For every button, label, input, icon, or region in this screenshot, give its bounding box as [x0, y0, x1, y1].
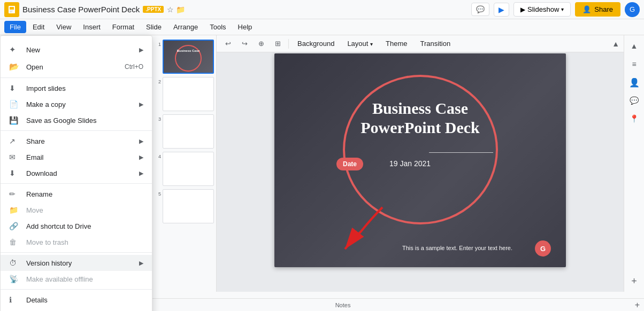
offline-icon: 📡: [9, 275, 19, 283]
details-icon: ℹ: [9, 296, 19, 304]
menu-section-6: ℹ Details 🌐 Language ▶: [1, 290, 152, 311]
svg-rect-3: [10, 12, 12, 12]
undo-btn[interactable]: ↩: [221, 38, 235, 49]
menu-section-3: ↗ Share ▶ ✉ Email ▶ ⬇ Download ▶: [1, 131, 152, 184]
share-menu-label: Share: [26, 137, 45, 145]
fit-btn[interactable]: ⊞: [271, 38, 285, 49]
avatar-letter: G: [630, 5, 635, 13]
background-btn[interactable]: Background: [292, 38, 340, 49]
main-layout: ✦ New ▶ 📂 Open Ctrl+O ⬇ Import slides 📄 …: [0, 35, 644, 292]
zoom-btn[interactable]: ⊕: [254, 38, 269, 49]
open-icon: 📂: [9, 62, 19, 72]
email-arrow: ▶: [139, 154, 143, 161]
slide-thumb-5[interactable]: [163, 189, 214, 223]
menu-item-slide[interactable]: Slide: [141, 21, 167, 33]
open-label: Open: [26, 63, 43, 71]
slides-logo-icon: [7, 5, 16, 14]
redo-btn[interactable]: ↪: [237, 38, 252, 49]
new-arrow: ▶: [139, 46, 143, 53]
svg-rect-1: [10, 7, 14, 10]
slide-date-value: 19 Jan 2021: [389, 159, 431, 168]
trash-label: Move to trash: [26, 238, 68, 246]
open-shortcut: Ctrl+O: [125, 63, 143, 71]
comments-button[interactable]: 💬: [471, 3, 489, 16]
slide-thumb-1[interactable]: Business Case: [163, 40, 214, 74]
offline-label: Make available offline: [26, 275, 93, 283]
thumb-number-5: 5: [155, 189, 161, 197]
right-panel-icon-4[interactable]: 📍: [628, 112, 641, 125]
right-panel-icon-3[interactable]: 💬: [628, 94, 641, 107]
thumb-number-2: 2: [155, 77, 161, 84]
right-panel-scroll-top[interactable]: ▲: [628, 40, 641, 52]
menu-section-5: ⏱ Version history ▶ 📡 Make available off…: [1, 253, 152, 290]
thumb-container-2: 2: [155, 77, 214, 111]
menu-item-view[interactable]: View: [51, 21, 76, 33]
right-panel-add[interactable]: +: [628, 275, 641, 287]
menu-item-insert[interactable]: Insert: [78, 21, 106, 33]
toolbar-chevron-up[interactable]: ▲: [612, 40, 619, 48]
menu-rename[interactable]: ✏ Rename: [1, 186, 152, 202]
menu-add-shortcut[interactable]: 🔗 Add shortcut to Drive: [1, 218, 152, 234]
file-dropdown-menu: ✦ New ▶ 📂 Open Ctrl+O ⬇ Import slides 📄 …: [0, 35, 152, 311]
trash-icon: 🗑: [9, 238, 19, 246]
menu-share[interactable]: ↗ Share ▶: [1, 133, 152, 149]
menu-item-help[interactable]: Help: [233, 21, 258, 33]
menu-new[interactable]: ✦ New ▶: [1, 41, 152, 58]
menu-item-format[interactable]: Format: [107, 21, 140, 33]
slide-thumb-2[interactable]: [163, 77, 214, 111]
share-person-icon: 👤: [582, 5, 591, 13]
menu-item-edit[interactable]: Edit: [27, 21, 50, 33]
menu-language[interactable]: 🌐 Language ▶: [1, 308, 152, 311]
pptx-badge: .PPTX: [143, 6, 164, 13]
menu-make-copy[interactable]: 📄 Make a copy ▶: [1, 96, 152, 112]
history-label: Version history: [26, 259, 72, 267]
folder-icon[interactable]: 📁: [176, 5, 185, 14]
new-label: New: [26, 46, 40, 54]
bottom-add-btn[interactable]: +: [635, 300, 640, 310]
move-label: Move: [26, 206, 43, 214]
thumb-number-1: 1: [155, 40, 161, 47]
menu-trash: 🗑 Move to trash: [1, 234, 152, 250]
history-arrow: ▶: [139, 260, 143, 267]
meet-button[interactable]: ▶: [494, 3, 509, 17]
notes-btn[interactable]: Notes: [331, 301, 355, 309]
doc-title: Business Case PowerPoint Deck: [22, 5, 140, 14]
app-logo: [4, 2, 19, 17]
menu-import-slides[interactable]: ⬇ Import slides: [1, 80, 152, 96]
menu-item-arrange[interactable]: Arrange: [168, 21, 203, 33]
right-panel-icon-1[interactable]: ≡: [628, 58, 641, 71]
right-panel-icon-2[interactable]: 👤: [628, 76, 641, 89]
thumb-number-4: 4: [155, 152, 161, 159]
rename-icon: ✏: [9, 190, 19, 198]
menu-details[interactable]: ℹ Details: [1, 292, 152, 308]
menu-offline: 📡 Make available offline: [1, 271, 152, 287]
save-label: Save as Google Slides: [26, 116, 97, 125]
import-label: Import slides: [26, 84, 66, 92]
menu-item-file[interactable]: File: [4, 21, 26, 33]
menu-save-google[interactable]: 💾 Save as Google Slides: [1, 112, 152, 128]
share-button[interactable]: 👤 Share: [575, 2, 620, 17]
transition-btn[interactable]: Transition: [415, 38, 456, 49]
menu-download[interactable]: ⬇ Download ▶: [1, 165, 152, 181]
download-label: Download: [26, 169, 57, 177]
menu-item-tools[interactable]: Tools: [204, 21, 231, 33]
comments-icon: 💬: [476, 5, 485, 13]
layout-btn[interactable]: Layout ▾: [342, 38, 378, 49]
star-icon[interactable]: ☆: [167, 5, 174, 14]
menu-open[interactable]: 📂 Open Ctrl+O: [1, 58, 152, 75]
menu-version-history[interactable]: ⏱ Version history ▶: [1, 255, 152, 271]
new-icon: ✦: [9, 45, 19, 55]
email-label: Email: [26, 153, 44, 161]
slideshow-button[interactable]: ▶ Slideshow ▾: [513, 2, 571, 17]
download-icon: ⬇: [9, 169, 19, 177]
theme-btn[interactable]: Theme: [380, 38, 412, 49]
secondary-toolbar: ↩ ↪ ⊕ ⊞ Background Layout ▾ Theme Transi…: [217, 35, 624, 52]
menu-email[interactable]: ✉ Email ▶: [1, 149, 152, 165]
slide-thumb-3[interactable]: [163, 114, 214, 149]
thumb-container-3: 3: [155, 114, 214, 149]
user-avatar[interactable]: G: [625, 2, 640, 17]
menu-section-2: ⬇ Import slides 📄 Make a copy ▶ 💾 Save a…: [1, 78, 152, 131]
slide-canvas[interactable]: Business Case PowerPoint Deck Date 19 Ja…: [274, 53, 566, 267]
menu-move[interactable]: 📁 Move: [1, 202, 152, 218]
slide-thumb-4[interactable]: [163, 152, 214, 186]
